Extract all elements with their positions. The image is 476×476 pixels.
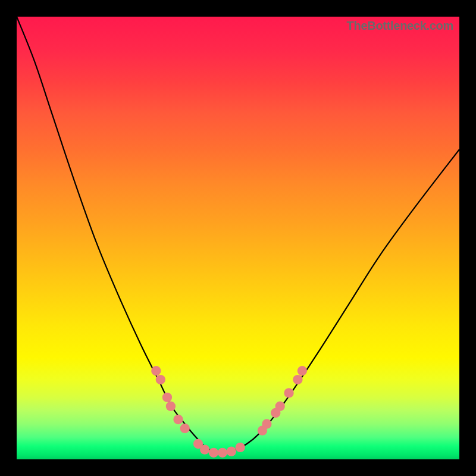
curve-marker [209,448,218,458]
watermark-text: TheBottleneck.com [347,19,453,33]
curve-marker [293,375,302,384]
curve-marker [298,366,307,375]
curve-marker [284,388,293,397]
curve-marker [162,393,172,402]
curve-marker [166,402,176,411]
curve-marker [236,443,245,452]
curve-marker [218,448,227,458]
curve-marker [262,419,271,428]
curve-marker [227,446,236,456]
curve-marker [173,415,183,424]
chart-frame: TheBottleneck.com [0,0,476,476]
curve-marker [180,424,190,433]
curve-svg [17,17,459,459]
curve-marker [156,375,165,384]
curve-marker [200,444,209,454]
curve-marker [275,402,285,411]
plot-area: TheBottleneck.com [17,17,459,459]
bottleneck-curve [17,17,459,453]
curve-marker [151,366,161,375]
